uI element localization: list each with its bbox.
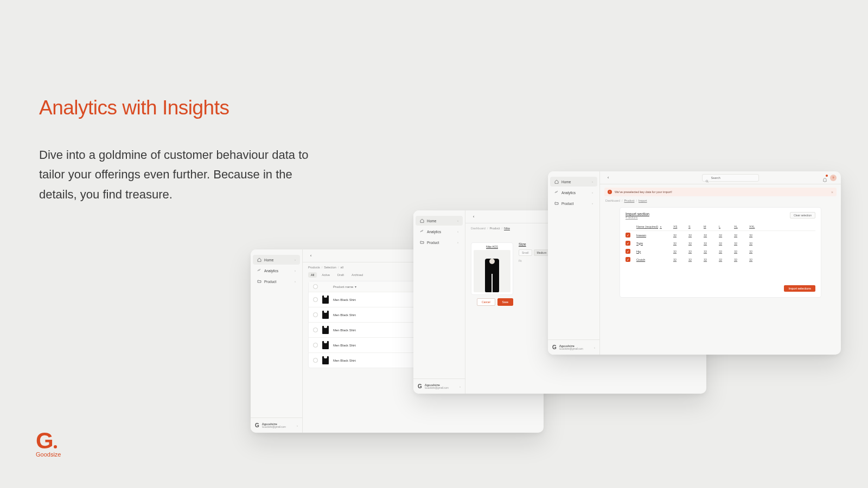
cell-value[interactable]: 32 [673, 250, 685, 253]
cancel-button[interactable]: Cancel [477, 298, 495, 306]
cell-value[interactable]: 32 [704, 250, 716, 253]
marketing-body: Dive into a goldmine of customer behavio… [39, 145, 321, 204]
analytics-icon [257, 268, 261, 273]
notifications-icon[interactable] [822, 175, 827, 180]
cell-value[interactable]: 32 [673, 234, 685, 237]
measurement-name[interactable]: Inseam [636, 234, 670, 237]
col-name[interactable]: Name (required)▼ [636, 225, 670, 228]
save-button[interactable]: Save [497, 298, 513, 306]
col-size[interactable]: XS [673, 225, 685, 228]
cell-value[interactable]: 32 [688, 258, 700, 261]
sidebar-item-home[interactable]: Home › [550, 177, 597, 187]
col-size[interactable]: M [704, 225, 716, 228]
sidebar-user[interactable]: G Agoodsize Goodsize@gmail.com › [251, 418, 302, 433]
search-input[interactable] [711, 176, 756, 179]
row-checkbox[interactable]: ✓ [626, 233, 630, 237]
sidebar-item-analytics[interactable]: Analytics › [253, 266, 300, 275]
cell-value[interactable]: 32 [734, 258, 746, 261]
back-button[interactable]: ‹ [604, 174, 612, 182]
sidebar-item-home[interactable]: Home › [416, 216, 463, 226]
sidebar-item-analytics[interactable]: Analytics › [550, 188, 597, 197]
analytics-icon [420, 229, 424, 234]
sidebar-item-analytics[interactable]: Analytics › [416, 227, 463, 236]
row-checkbox[interactable] [313, 297, 318, 302]
back-button[interactable]: ‹ [307, 252, 315, 260]
product-thumb [322, 341, 329, 349]
sidebar-item-label: Home [561, 180, 571, 184]
filter-all[interactable]: All [308, 272, 317, 278]
sidebar-item-product[interactable]: Product › [550, 198, 597, 208]
row-checkbox[interactable]: ✓ [626, 241, 630, 246]
cell-value[interactable]: 32 [704, 242, 716, 245]
cell-value[interactable]: 32 [734, 234, 746, 237]
cell-value[interactable]: 32 [719, 242, 731, 245]
row-checkbox[interactable] [313, 328, 318, 332]
cell-value[interactable]: 32 [704, 234, 716, 237]
clear-selection-button[interactable]: Clear selection [790, 212, 815, 219]
cell-value[interactable]: 32 [749, 242, 761, 245]
import-selections-button[interactable]: Import selections [784, 285, 815, 292]
filter-archived[interactable]: Archived [349, 272, 366, 278]
cell-value[interactable]: 32 [704, 258, 716, 261]
row-checkbox[interactable] [313, 358, 318, 363]
cell-value[interactable]: 32 [749, 258, 761, 261]
cell-value[interactable]: 32 [734, 250, 746, 253]
import-grid: Name (required)▼ XS S M L XL XXL ✓Inseam… [626, 223, 815, 264]
cell-value[interactable]: 32 [688, 242, 700, 245]
measurement-name[interactable]: Crotch [636, 258, 670, 261]
filter-active[interactable]: Active [319, 272, 333, 278]
measurement-name[interactable]: Hip [636, 250, 670, 253]
row-checkbox[interactable] [313, 312, 318, 317]
home-icon [420, 219, 424, 223]
sidebar-item-product[interactable]: Product › [253, 277, 300, 286]
folder-icon [554, 201, 559, 206]
close-icon[interactable]: × [831, 190, 833, 194]
col-size[interactable]: L [719, 225, 731, 228]
product-title: Nike ACG [474, 245, 510, 248]
user-email: Goodsize@gmail.com [559, 348, 583, 350]
cell-value[interactable]: 32 [749, 250, 761, 253]
cell-value[interactable]: 32 [688, 250, 700, 253]
product-thumb [322, 356, 329, 364]
info-text: We've preselected key data for your impo… [615, 190, 672, 194]
dropdown-icon: ▼ [660, 226, 662, 228]
row-checkbox[interactable]: ✓ [626, 249, 630, 254]
folder-icon [257, 279, 261, 284]
measurement-name[interactable]: Tight [636, 242, 670, 245]
search-box[interactable] [702, 174, 759, 182]
row-checkbox[interactable]: ✓ [626, 257, 630, 262]
sidebar-item-product[interactable]: Product › [416, 237, 463, 247]
chevron-right-icon: › [457, 219, 458, 222]
cell-value[interactable]: 32 [719, 234, 731, 237]
cell-value[interactable]: 32 [688, 234, 700, 237]
cell-value[interactable]: 32 [719, 258, 731, 261]
col-size[interactable]: XXL [749, 225, 761, 228]
sidebar: Home › Analytics › Product › G Agoodsize… [251, 249, 303, 433]
cell-value[interactable]: 32 [673, 242, 685, 245]
chevron-right-icon: › [297, 424, 298, 427]
sidebar-user[interactable]: G Agoodsize Goodsize@gmail.com › [548, 339, 599, 355]
sidebar-item-label: Product [427, 241, 439, 245]
size-option-medium[interactable]: Medium [534, 249, 550, 256]
chevron-right-icon: › [592, 180, 593, 183]
sidebar-item-label: Analytics [561, 191, 576, 195]
avatar[interactable]: ? [830, 175, 837, 181]
size-option-small[interactable]: Small [519, 249, 532, 256]
cell-value[interactable]: 32 [749, 234, 761, 237]
cell-value[interactable]: 32 [734, 242, 746, 245]
topbar: ‹ ? [600, 171, 841, 184]
row-checkbox[interactable] [313, 343, 318, 348]
cell-value[interactable]: 32 [719, 250, 731, 253]
window-import: Home › Analytics › Product › G Agoodsize… [548, 171, 841, 355]
table-row: ✓Crotch323232323232 [626, 255, 815, 264]
col-size[interactable]: S [688, 225, 700, 228]
sidebar-item-home[interactable]: Home › [253, 255, 300, 265]
col-size[interactable]: XL [734, 225, 746, 228]
sidebar-user[interactable]: G Agoodsize Goodsize@gmail.com › [413, 378, 465, 394]
select-all-checkbox[interactable] [313, 284, 318, 289]
import-card: Import section 4 sections Clear selectio… [620, 207, 821, 298]
cell-value[interactable]: 32 [673, 258, 685, 261]
back-button[interactable]: ‹ [470, 213, 477, 221]
product-card: Nike ACG [471, 242, 513, 295]
filter-draft[interactable]: Draft [335, 272, 347, 278]
